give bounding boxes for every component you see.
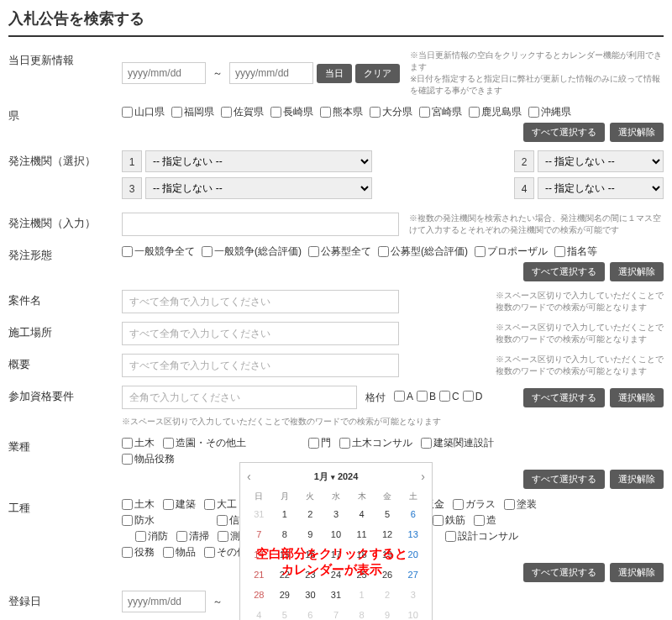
- bidtype-cb-2[interactable]: 公募型全て: [308, 244, 371, 259]
- agency-select-3[interactable]: -- 指定しない --: [145, 177, 372, 199]
- worktype-cb-0[interactable]: 土木: [122, 497, 155, 512]
- cal-day[interactable]: 7: [247, 525, 271, 544]
- worktype-cb-22[interactable]: 鉄筋: [433, 513, 465, 528]
- cal-day[interactable]: 3: [324, 505, 349, 523]
- rank-cb-C[interactable]: C: [439, 391, 459, 402]
- cal-prev-icon[interactable]: ‹: [247, 470, 251, 483]
- rank-label: 格付: [365, 391, 386, 405]
- cal-day[interactable]: 6: [298, 606, 323, 620]
- cal-day[interactable]: 13: [401, 525, 425, 544]
- regdate-from[interactable]: [122, 591, 206, 612]
- cal-day[interactable]: 9: [298, 525, 323, 544]
- cal-day[interactable]: 29: [273, 586, 297, 604]
- calendar-popup[interactable]: ‹ 1月 ▾ 2024 › 日月火水木金土 311234567891011121…: [239, 462, 433, 620]
- bidtype-cb-0[interactable]: 一般競争全て: [122, 244, 195, 259]
- cal-dow: 水: [324, 488, 349, 505]
- deselect-worktype[interactable]: 選択解除: [610, 563, 664, 582]
- cal-day[interactable]: 8: [273, 525, 297, 544]
- cal-day[interactable]: 9: [375, 606, 400, 620]
- cal-day[interactable]: 28: [247, 586, 271, 604]
- deselect-industry[interactable]: 選択解除: [610, 470, 664, 489]
- pref-cb-2[interactable]: 佐賀県: [221, 105, 264, 119]
- deselect-bidtype[interactable]: 選択解除: [610, 262, 664, 281]
- cal-day[interactable]: 11: [349, 525, 374, 544]
- cal-day[interactable]: 1: [273, 505, 297, 523]
- cal-next-icon[interactable]: ›: [421, 470, 425, 483]
- cal-day[interactable]: 31: [247, 505, 271, 523]
- worktype-cb-38[interactable]: 役務: [122, 545, 155, 560]
- cal-day[interactable]: 5: [273, 606, 297, 620]
- deselect-pref[interactable]: 選択解除: [610, 123, 664, 142]
- worktype-cb-10[interactable]: ガラス: [453, 497, 496, 512]
- cal-day[interactable]: 3: [401, 586, 425, 604]
- worktype-cb-29[interactable]: 清掃: [176, 529, 209, 544]
- pref-cb-5[interactable]: 大分県: [370, 105, 412, 119]
- label-qual: 参加資格要件: [8, 386, 122, 404]
- cal-day[interactable]: 30: [298, 586, 323, 604]
- agency-select-2[interactable]: -- 指定しない --: [538, 150, 664, 172]
- worktype-cb-2[interactable]: 大工: [204, 497, 237, 512]
- cal-day[interactable]: 7: [324, 606, 349, 620]
- cal-day[interactable]: 10: [324, 525, 349, 544]
- bidtype-cb-3[interactable]: 公募型(総合評価): [378, 244, 468, 259]
- agency-select-4[interactable]: -- 指定しない --: [538, 177, 664, 199]
- qual-input[interactable]: [122, 386, 357, 409]
- pref-cb-0[interactable]: 山口県: [122, 105, 165, 119]
- place-input[interactable]: [122, 322, 399, 345]
- pref-cb-6[interactable]: 宮崎県: [419, 105, 462, 119]
- worktype-cb-23[interactable]: 造: [474, 513, 496, 528]
- cal-day[interactable]: 5: [375, 505, 400, 523]
- rank-cb-B[interactable]: B: [417, 391, 436, 402]
- deselect-qual[interactable]: 選択解除: [610, 388, 664, 407]
- pref-cb-7[interactable]: 鹿児島県: [469, 105, 522, 119]
- industry-cb-8[interactable]: 建築関連設計: [421, 436, 494, 450]
- industry-cb-1[interactable]: 造園・その他土: [163, 436, 246, 450]
- note-qual: ※スペース区切りで入力していただくことで複数のワードでの検索が可能となります: [122, 416, 664, 428]
- industry-cb-0[interactable]: 土木: [122, 436, 155, 450]
- select-all-industry[interactable]: すべて選択する: [523, 470, 605, 489]
- label-place: 施工場所: [8, 322, 122, 340]
- worktype-cb-1[interactable]: 建築: [163, 497, 196, 512]
- select-all-worktype[interactable]: すべて選択する: [523, 563, 605, 582]
- cal-day[interactable]: 2: [375, 586, 400, 604]
- name-input[interactable]: [122, 290, 399, 313]
- industry-cb-7[interactable]: 土木コンサル: [339, 436, 412, 450]
- clear-button[interactable]: クリア: [355, 64, 400, 83]
- cal-day[interactable]: 2: [298, 505, 323, 523]
- cal-day[interactable]: 31: [324, 586, 349, 604]
- select-all-bidtype[interactable]: すべて選択する: [523, 262, 605, 281]
- agency-input[interactable]: [122, 213, 399, 236]
- cal-day[interactable]: 4: [349, 505, 374, 523]
- worktype-cb-12[interactable]: 防水: [122, 513, 155, 528]
- cal-day[interactable]: 4: [247, 606, 271, 620]
- cal-day[interactable]: 1: [349, 586, 374, 604]
- bidtype-cb-1[interactable]: 一般競争(総合評価): [202, 244, 302, 259]
- label-worktype: 工種: [8, 497, 122, 516]
- cal-day[interactable]: 10: [401, 606, 425, 620]
- industry-cb-9[interactable]: 物品役務: [122, 452, 175, 466]
- cal-day[interactable]: 12: [375, 525, 400, 544]
- bidtype-cb-5[interactable]: 指名等: [554, 244, 597, 259]
- select-all-qual[interactable]: すべて選択する: [523, 388, 605, 407]
- summary-input[interactable]: [122, 354, 399, 377]
- worktype-cb-11[interactable]: 塗装: [504, 497, 537, 512]
- pref-cb-1[interactable]: 福岡県: [171, 105, 214, 119]
- worktype-cb-37[interactable]: 設計コンサル: [445, 529, 518, 544]
- agency-select-1[interactable]: -- 指定しない --: [145, 150, 372, 172]
- cal-day[interactable]: 8: [349, 606, 374, 620]
- industry-cb-6[interactable]: 門: [308, 436, 331, 450]
- rank-cb-A[interactable]: A: [394, 391, 413, 402]
- pref-cb-3[interactable]: 長崎県: [270, 105, 313, 119]
- worktype-cb-17[interactable]: 信: [217, 513, 239, 528]
- pref-cb-8[interactable]: 沖縄県: [528, 105, 571, 119]
- today-button[interactable]: 当日: [317, 64, 352, 83]
- update-date-from[interactable]: [122, 62, 206, 84]
- worktype-cb-39[interactable]: 物品: [163, 545, 196, 560]
- bidtype-cb-4[interactable]: プロポーザル: [475, 244, 548, 259]
- rank-cb-D[interactable]: D: [463, 391, 483, 402]
- cal-day[interactable]: 6: [401, 505, 425, 523]
- update-date-to[interactable]: [229, 62, 313, 84]
- pref-cb-4[interactable]: 熊本県: [320, 105, 363, 119]
- select-all-pref[interactable]: すべて選択する: [523, 123, 605, 142]
- worktype-cb-28[interactable]: 消防: [135, 529, 168, 544]
